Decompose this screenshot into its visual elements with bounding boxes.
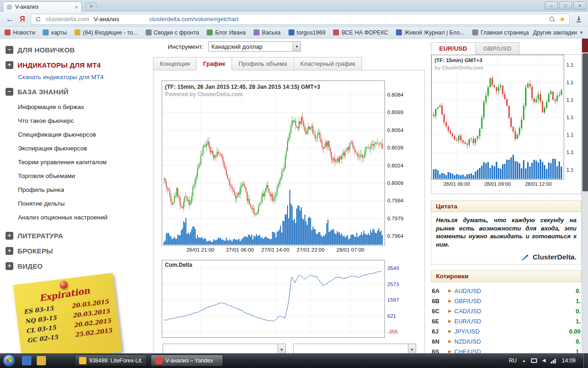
minus-icon[interactable]: − xyxy=(6,88,13,96)
bookmark-item[interactable]: Живой Журнал | Бло... xyxy=(396,29,464,36)
other-bookmarks-button[interactable]: Другие закладки ▼ xyxy=(533,29,583,36)
bookmark-item[interactable]: Блог Ивана xyxy=(207,29,246,36)
hidden-icons-arrow-icon[interactable]: ▲ xyxy=(522,358,526,363)
svg-text:0.8084: 0.8084 xyxy=(387,92,404,98)
sidebar-section[interactable]: +БРОКЕРЫ xyxy=(6,247,151,255)
sidebar-section-label: ДЛЯ НОВИЧКОВ xyxy=(17,46,75,54)
pair-link[interactable]: CHF/USD xyxy=(454,348,481,353)
sidebar-section[interactable]: −ДЛЯ НОВИЧКОВ xyxy=(6,46,151,54)
bookmark-label: Васька xyxy=(262,29,281,36)
volume-icon[interactable] xyxy=(542,359,546,362)
bookmark-item[interactable]: Васька xyxy=(254,29,281,36)
pair-tab-1[interactable]: GBP/USD xyxy=(475,42,520,55)
address-field[interactable]: clusterdelta.com V-анализ clusterdelta.c… xyxy=(31,14,570,25)
bookmark-item[interactable]: ВСЕ НА ФОРЕКС xyxy=(333,29,388,36)
sidebar-item[interactable]: Профиль рынка xyxy=(18,183,151,197)
downloads-icon[interactable] xyxy=(575,16,582,23)
sidebar-item[interactable]: Теории управления капиталом xyxy=(18,155,151,169)
instrument-select[interactable]: Канадский доллар ▼ xyxy=(208,41,301,52)
close-button[interactable]: × xyxy=(573,1,586,10)
scrollbar-top-block[interactable] xyxy=(582,39,588,52)
folder-icon[interactable] xyxy=(37,356,46,365)
right-column: EUR/USDGBP/USD 1.11.11.11.11.11.11.128/0… xyxy=(431,39,582,353)
web-page: −ДЛЯ НОВИЧКОВ+ИНДИКАТОРЫ ДЛЯ MT4Скачать … xyxy=(0,39,588,353)
triangle-bullet-icon: ▶ xyxy=(448,288,454,293)
taskbar: 938489: LiteForex-Lit...V-анализ – Yande… xyxy=(0,353,588,368)
quote-row[interactable]: 6A▶AUD/USD0. xyxy=(431,286,582,296)
svg-text:27/01 14:00: 27/01 14:00 xyxy=(261,247,289,253)
tab-close-icon[interactable]: × xyxy=(74,4,78,11)
windows-flag-icon xyxy=(6,358,12,363)
maximize-button[interactable]: □ xyxy=(559,1,572,10)
new-tab-button[interactable]: + xyxy=(85,2,97,10)
sidebar-item[interactable]: Экспирация фьючерсов xyxy=(18,142,151,155)
triangle-bullet-icon: ▶ xyxy=(448,339,454,344)
sidebar-item[interactable]: Понятие дельты xyxy=(18,197,151,211)
pair-tabs: EUR/USDGBP/USD xyxy=(431,42,582,55)
chart-option-select-right[interactable]: ▼ xyxy=(293,344,416,353)
select-arrow-icon: ▼ xyxy=(277,344,285,353)
bookmark-label: Живой Журнал | Бло... xyxy=(404,29,464,36)
sidebar-link[interactable]: Скачать индикаторы для MT4 xyxy=(18,74,151,80)
sidebar-section[interactable]: +ВИДЕО xyxy=(6,262,151,270)
tab-2[interactable]: Профиль объема xyxy=(232,57,294,70)
search-icon[interactable] xyxy=(549,16,555,23)
bookmark-item[interactable]: (64) Входящие - то... xyxy=(74,29,137,36)
svg-text:3549: 3549 xyxy=(387,265,399,271)
pair-link[interactable]: JPY/USD xyxy=(454,328,480,335)
bookmark-item[interactable]: Главная страница: G... xyxy=(472,29,529,36)
minimize-button[interactable]: – xyxy=(545,1,558,10)
plus-icon[interactable]: + xyxy=(6,232,13,240)
taskbar-task-button[interactable]: V-анализ – Yandex xyxy=(151,355,223,367)
pair-link[interactable]: NZD/USD xyxy=(454,338,481,345)
browser-tab[interactable]: V-анализ × xyxy=(3,1,82,12)
bookmark-item[interactable]: Новости xyxy=(5,29,35,36)
scrollbar-thumb[interactable] xyxy=(582,53,588,191)
reload-icon[interactable] xyxy=(35,16,41,23)
display-icon[interactable] xyxy=(531,358,537,363)
sidebar-item[interactable]: Информация о биржах xyxy=(18,100,151,114)
show-desktop-button[interactable] xyxy=(583,353,588,368)
bookmark-item[interactable]: Сводки с фронта xyxy=(146,29,199,36)
minus-icon[interactable]: − xyxy=(6,46,13,54)
pair-link[interactable]: GBP/USD xyxy=(454,298,481,305)
bookmark-star-icon[interactable]: ★ xyxy=(560,16,565,23)
pair-link[interactable]: EUR/USD xyxy=(454,318,481,325)
tab-3[interactable]: Кластерный график xyxy=(294,57,362,70)
quote-row[interactable]: 6N▶NZD/USD0. xyxy=(431,336,582,346)
sidebar-item[interactable]: Анализ опционных настроений xyxy=(18,211,151,224)
yandex-logo-icon[interactable]: Я xyxy=(20,15,25,23)
bookmark-item[interactable]: torgus1969 xyxy=(288,29,326,36)
quote-row[interactable]: 6S▶CHF/USD1. xyxy=(431,346,582,353)
pair-link[interactable]: AUD/USD xyxy=(454,288,481,294)
quote-row[interactable]: 6E▶EUR/USD1. xyxy=(431,316,582,326)
language-indicator[interactable]: RU xyxy=(509,357,517,364)
quote-row[interactable]: 6J▶JPY/USD0.00 xyxy=(431,326,582,336)
sidebar-section[interactable]: +ИНДИКАТОРЫ ДЛЯ MT4 xyxy=(6,61,151,69)
quote-row[interactable]: 6C▶CAD/USD0. xyxy=(431,306,582,316)
plus-icon[interactable]: + xyxy=(6,262,13,270)
task-buttons: 938489: LiteForex-Lit...V-анализ – Yande… xyxy=(49,355,223,367)
pair-tab-0[interactable]: EUR/USD xyxy=(431,42,475,55)
task-label: V-анализ – Yandex xyxy=(165,357,213,364)
sidebar-section[interactable]: −БАЗА ЗНАНИЙ xyxy=(6,88,151,96)
page-scrollbar[interactable] xyxy=(582,39,588,353)
sidebar-item[interactable]: Что такое фьючерс xyxy=(18,114,151,128)
bookmark-item[interactable]: карты xyxy=(43,29,67,36)
chart-option-select-left[interactable]: ▼ xyxy=(163,344,286,353)
sidebar-item[interactable]: Торговля объемами xyxy=(18,169,151,183)
pair-link[interactable]: CAD/USD xyxy=(454,308,481,315)
sidebar-section[interactable]: +ЛИТЕРАТУРА xyxy=(6,232,151,240)
plus-icon[interactable]: + xyxy=(6,61,13,69)
tab-0[interactable]: Концепция xyxy=(153,57,197,70)
browser-icon[interactable] xyxy=(22,356,31,365)
start-button[interactable] xyxy=(3,354,16,367)
plus-icon[interactable]: + xyxy=(6,247,13,255)
taskbar-task-button[interactable]: 938489: LiteForex-Lit... xyxy=(74,355,147,367)
tab-active-1[interactable]: График xyxy=(196,57,232,70)
network-icon[interactable] xyxy=(551,358,556,363)
clock[interactable]: 14:09 xyxy=(562,357,576,364)
sidebar-item[interactable]: Спецификация фьючерсов xyxy=(18,128,151,142)
quote-row[interactable]: 6B▶GBP/USD1. xyxy=(431,296,582,306)
back-button-icon[interactable]: ← xyxy=(6,15,14,23)
